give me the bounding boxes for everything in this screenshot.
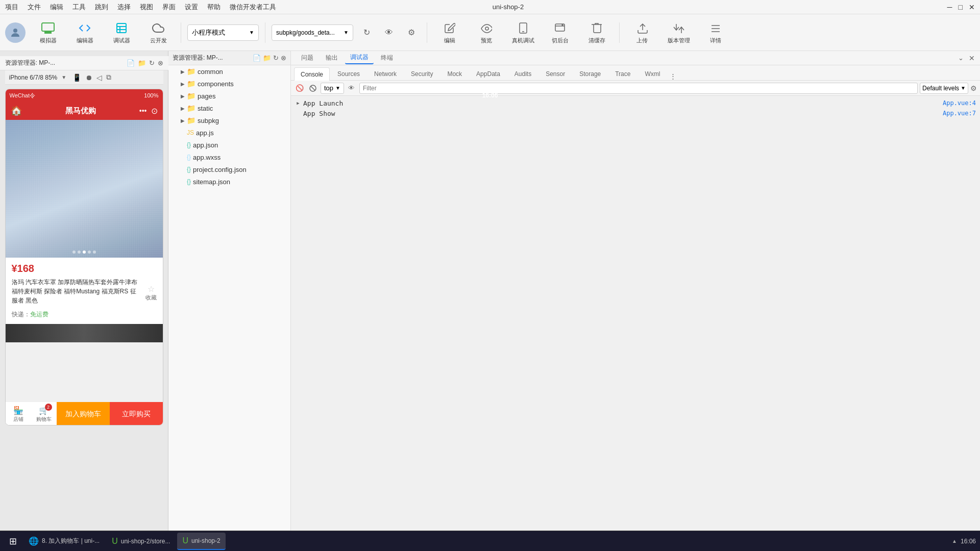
more-tabs-icon[interactable]: ⋮ [670, 72, 676, 80]
new-file-icon[interactable]: 📄 [127, 59, 135, 67]
minimize-button[interactable]: ─ [947, 3, 952, 11]
dev-tab-mock[interactable]: Mock [440, 67, 469, 80]
device-dropdown-icon[interactable]: ▼ [61, 74, 66, 80]
expand-app-launch[interactable]: ▶ [295, 100, 301, 106]
menu-item-help[interactable]: 帮助 [207, 3, 220, 12]
dev-tab-console[interactable]: Console [294, 67, 330, 81]
device-icon-home[interactable]: ⧉ [106, 73, 111, 82]
detail-button[interactable]: 详情 [699, 17, 732, 48]
mode-select[interactable]: 小程序模式 ▼ [187, 24, 259, 41]
cart-icon-btn[interactable]: 🛒2 购物车 [31, 406, 57, 423]
path-select[interactable]: subpkg/goods_deta... ▼ [272, 24, 353, 41]
version-button[interactable]: 版本管理 [663, 17, 695, 48]
expand-app-show[interactable] [295, 110, 301, 116]
console-filter-input[interactable] [359, 83, 918, 94]
buy-button[interactable]: 立即购买 [110, 402, 163, 425]
preview-button[interactable]: 预览 [470, 17, 503, 48]
file-sitemap[interactable]: {} sitemap.json [168, 176, 290, 188]
refresh-tree-icon[interactable]: ↻ [149, 59, 155, 67]
device-icon-record[interactable]: ⏺ [85, 73, 92, 82]
menu-item-interface[interactable]: 界面 [162, 3, 176, 12]
menu-item-wechat[interactable]: 微信开发者工具 [230, 3, 276, 12]
devtools-tabs-bar: Console Sources Network Security Mock Ap… [291, 65, 980, 81]
cloud-button[interactable]: 云开发 [142, 17, 175, 48]
upload-button[interactable]: 上传 [626, 17, 658, 48]
file-app-json[interactable]: {} app.json [168, 139, 290, 151]
close-button[interactable]: ✕ [969, 3, 975, 11]
taskbar-uni-shop[interactable]: U uni-shop-2 [177, 533, 225, 550]
menu-item-project[interactable]: 项目 [5, 3, 18, 12]
store-icon-btn[interactable]: 🏪 店铺 [6, 406, 31, 423]
console-level-select[interactable]: Default levels ▼ [920, 83, 968, 94]
new-file-btn[interactable]: 📄 [253, 54, 261, 62]
file-app-wxss[interactable]: {} app.wxss [168, 151, 290, 163]
context-selector[interactable]: top ▼ [321, 83, 344, 94]
console-app-show-link[interactable]: App.vue:7 [943, 110, 976, 117]
menu-item-goto[interactable]: 跳到 [95, 3, 108, 12]
menu-item-edit[interactable]: 编辑 [50, 3, 63, 12]
folder-static[interactable]: ▶ 📁 static [168, 102, 290, 114]
menu-item-select[interactable]: 选择 [117, 3, 131, 12]
simulator-button[interactable]: 模拟器 [32, 17, 64, 48]
collapse-tree-icon[interactable]: ⊗ [158, 59, 163, 67]
console-app-launch-link[interactable]: App.vue:4 [943, 99, 976, 107]
collapse-btn[interactable]: ⊗ [281, 54, 286, 62]
refresh-button[interactable]: ↻ [357, 17, 376, 48]
dev-tab-sources[interactable]: Sources [331, 67, 366, 80]
preview-eye-button[interactable]: 👁 [380, 17, 398, 48]
dev-tab-wxml[interactable]: Wxml [638, 67, 667, 80]
taskbar-uni-store[interactable]: U uni-shop-2/store... [107, 533, 175, 550]
device-icon-phone[interactable]: 📱 [72, 73, 81, 82]
edit-button[interactable]: 编辑 [433, 17, 466, 48]
device-button[interactable]: 真机调试 [507, 17, 540, 48]
phone-share-icon[interactable]: ⊙ [151, 106, 158, 116]
stop-console-btn[interactable] [307, 83, 318, 94]
new-folder-icon[interactable]: 📁 [138, 59, 146, 67]
editor-button[interactable]: 编辑器 [68, 17, 101, 48]
folder-subpkg[interactable]: ▶ 📁 subpkg [168, 114, 290, 127]
dev-tab-appdata[interactable]: AppData [470, 67, 507, 80]
dot-3 [83, 251, 86, 254]
windows-start-button[interactable]: ⊞ [4, 533, 21, 550]
dev-tab-audits[interactable]: Audits [508, 67, 538, 80]
star-row: 洛玛 汽车衣车罩 加厚防晒隔热车套外露牛津布 福特麦柯斯 探险者 福特Musta… [12, 278, 157, 308]
menu-item-settings[interactable]: 设置 [185, 3, 198, 12]
taskbar-show-more[interactable]: ▲ [950, 536, 959, 547]
eye-filter-btn[interactable]: 👁 [346, 83, 357, 94]
clear-console-btn[interactable]: 🚫 [294, 83, 305, 94]
folder-common[interactable]: ▶ 📁 common [168, 65, 290, 78]
file-project-config[interactable]: {} project.config.json [168, 163, 290, 176]
favorite-icon[interactable]: ☆ [148, 284, 155, 294]
menu-item-file[interactable]: 文件 [28, 3, 41, 12]
close-devtools-icon[interactable]: ✕ [969, 54, 975, 62]
expand-devtools-icon[interactable]: ⌄ [958, 54, 964, 62]
debugger-button[interactable]: 调试器 [105, 17, 138, 48]
gear-button[interactable]: ⚙ [402, 17, 421, 48]
dev-tab-security[interactable]: Security [404, 67, 439, 80]
tab-shuchu[interactable]: 输出 [321, 52, 343, 64]
folder-pages[interactable]: ▶ 📁 pages [168, 90, 290, 102]
new-folder-btn[interactable]: 📁 [263, 54, 271, 62]
menu-item-view[interactable]: 视图 [140, 3, 153, 12]
add-cart-button[interactable]: 加入购物车 [57, 402, 110, 425]
tab-tiaoshiqi[interactable]: 调试器 [345, 52, 374, 64]
phone-home-icon[interactable]: 🏠 [11, 105, 22, 116]
menu-item-tool[interactable]: 工具 [72, 3, 86, 12]
switch-button[interactable]: 切后台 [544, 17, 576, 48]
refresh-tree-btn[interactable]: ↻ [273, 54, 279, 62]
folder-components[interactable]: ▶ 📁 components [168, 78, 290, 90]
dev-tab-trace[interactable]: Trace [608, 67, 637, 80]
console-settings-icon[interactable]: ⚙ [970, 84, 977, 92]
file-app-js[interactable]: JS app.js [168, 127, 290, 139]
device-icon-back[interactable]: ◁ [96, 73, 102, 82]
clear-button[interactable]: 清缓存 [580, 17, 613, 48]
taskbar-chrome[interactable]: 🌐 8. 加入购物车 | uni-... [23, 533, 105, 550]
tab-zhongjie[interactable]: 终端 [376, 52, 398, 64]
dev-tab-sensor[interactable]: Sensor [539, 67, 572, 80]
phone-dots-icon[interactable]: ••• [139, 107, 147, 115]
maximize-button[interactable]: □ [959, 3, 963, 11]
dev-tab-storage[interactable]: Storage [573, 67, 607, 80]
tab-wenti[interactable]: 问题 [296, 52, 318, 64]
dev-tab-network[interactable]: Network [368, 67, 403, 80]
avatar [5, 22, 26, 43]
